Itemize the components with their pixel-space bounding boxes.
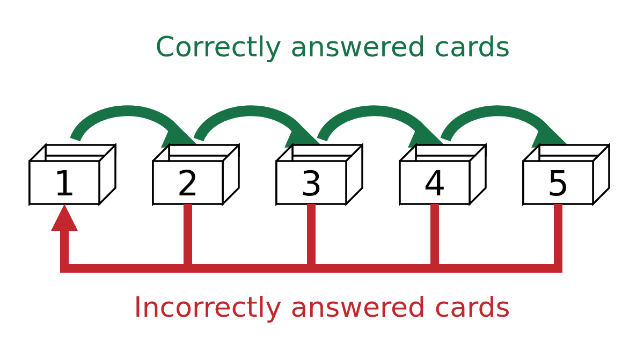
svg-marker-0 bbox=[46, 145, 115, 156]
correct-label: Correctly answered cards bbox=[156, 31, 510, 63]
return-arrow-head bbox=[51, 204, 78, 231]
box-5: 5 bbox=[523, 145, 609, 204]
return-arrows bbox=[51, 204, 562, 273]
box-2-label: 2 bbox=[177, 164, 199, 203]
svg-marker-5 bbox=[169, 145, 239, 156]
leitner-diagram: Correctly answered cards 1 bbox=[0, 0, 644, 350]
svg-marker-17 bbox=[539, 145, 609, 156]
forward-arrows bbox=[75, 111, 569, 148]
box-1: 1 bbox=[30, 145, 115, 204]
box-4: 4 bbox=[400, 145, 486, 204]
svg-marker-9 bbox=[292, 145, 362, 156]
box-4-label: 4 bbox=[424, 164, 446, 203]
arrow-forward-4 bbox=[445, 111, 547, 140]
arrow-forward-2 bbox=[199, 111, 301, 140]
boxes-row: 1 2 3 4 bbox=[30, 145, 609, 204]
arrow-forward-1 bbox=[75, 111, 177, 140]
svg-marker-13 bbox=[416, 145, 486, 156]
incorrect-label: Incorrectly answered cards bbox=[134, 291, 510, 323]
box-3-label: 3 bbox=[301, 164, 323, 203]
box-2: 2 bbox=[153, 145, 239, 204]
box-3: 3 bbox=[276, 145, 362, 204]
box-1-label: 1 bbox=[54, 164, 76, 203]
box-5-label: 5 bbox=[547, 164, 569, 203]
arrow-forward-3 bbox=[322, 111, 424, 140]
